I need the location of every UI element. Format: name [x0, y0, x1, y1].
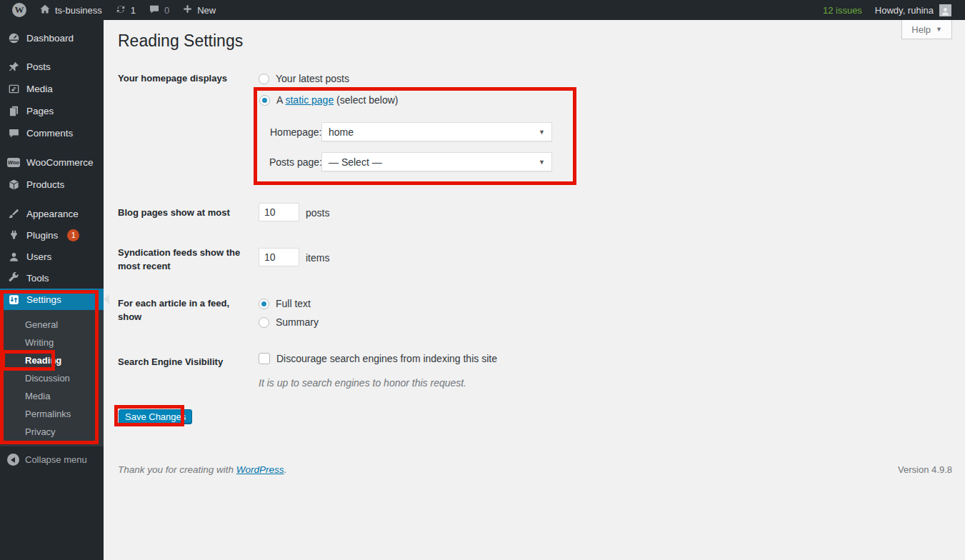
syndication-suffix: items — [306, 252, 329, 264]
plug-icon — [7, 229, 20, 241]
chevron-down-icon: ▼ — [936, 26, 942, 33]
sidebar-item-dashboard[interactable]: Dashboard — [0, 27, 104, 49]
select-caret-icon: ▼ — [539, 159, 545, 166]
select-caret-icon: ▼ — [539, 129, 545, 136]
blog-pages-label: Blog pages show at most — [118, 206, 230, 220]
sidebar-item-users[interactable]: Users — [0, 246, 104, 267]
page-title: Reading Settings — [118, 31, 243, 51]
comments-indicator[interactable]: 0 — [142, 0, 176, 20]
static-page-label: A static page (select below) — [276, 94, 398, 106]
comment-count: 0 — [164, 5, 169, 16]
user-icon — [7, 251, 20, 263]
homepage-displays-label: Your homepage displays — [118, 72, 227, 86]
comment-icon — [7, 127, 20, 139]
sidebar-item-settings[interactable]: Settings — [0, 289, 104, 310]
save-changes-button[interactable]: Save Changes — [119, 409, 192, 424]
seo-note: It is up to search engines to honor this… — [259, 377, 466, 389]
collapse-menu-button[interactable]: Collapse menu — [0, 451, 104, 469]
submenu-item-media[interactable]: Media — [0, 387, 104, 405]
admin-bar-left: W ts-business 1 0 New — [0, 0, 222, 20]
full-text-label: Full text — [276, 298, 311, 309]
dashboard-icon — [7, 32, 20, 44]
summary-radio[interactable] — [259, 317, 269, 328]
seo-checkbox-row: Discourage search engines from indexing … — [259, 353, 497, 364]
summary-option: Summary — [259, 316, 319, 328]
static-page-option: A static page (select below) — [259, 94, 398, 106]
feed-article-label: For each article in a feed, show — [118, 297, 241, 324]
plugins-update-badge: 1 — [67, 229, 79, 241]
sidebar-item-woocommerce[interactable]: Woo WooCommerce — [0, 151, 104, 174]
sidebar-item-media[interactable]: Media — [0, 78, 104, 100]
site-name: ts-business — [55, 5, 102, 16]
new-label: New — [197, 5, 216, 16]
site-menu[interactable]: ts-business — [33, 0, 109, 20]
main-content: Help ▼ Reading Settings Your homepage di… — [104, 20, 965, 560]
admin-bar: W ts-business 1 0 New 12 issu — [0, 0, 965, 20]
latest-posts-radio[interactable] — [259, 74, 269, 84]
discourage-indexing-checkbox[interactable] — [259, 353, 270, 364]
pushpin-icon — [7, 61, 20, 73]
comment-bubble-icon — [149, 4, 160, 17]
submenu-item-privacy[interactable]: Privacy — [0, 423, 104, 441]
wordpress-link[interactable]: WordPress — [236, 464, 284, 475]
latest-posts-label: Your latest posts — [276, 73, 349, 84]
blog-pages-input[interactable] — [259, 203, 299, 221]
admin-bar-right: 12 issues Howdy, ruhina — [816, 0, 965, 20]
sidebar-item-tools[interactable]: Tools — [0, 267, 104, 289]
box-icon — [7, 179, 20, 191]
issues-link[interactable]: 12 issues — [816, 0, 869, 20]
account-menu[interactable]: Howdy, ruhina — [869, 0, 958, 20]
sidebar-item-plugins[interactable]: Plugins 1 — [0, 224, 104, 246]
update-count: 1 — [131, 5, 136, 16]
posts-page-select[interactable]: — Select — ▼ — [321, 152, 552, 171]
sidebar-item-comments[interactable]: Comments — [0, 122, 104, 144]
static-page-link[interactable]: static page — [285, 94, 334, 106]
full-text-option: Full text — [259, 298, 311, 309]
current-menu-arrow — [99, 294, 109, 304]
submenu-item-reading[interactable]: Reading — [0, 351, 104, 369]
blog-pages-suffix: posts — [306, 207, 329, 219]
sidebar-item-pages[interactable]: Pages — [0, 100, 104, 122]
settings-icon — [7, 294, 20, 306]
sidebar-item-products[interactable]: Products — [0, 174, 104, 196]
sidebar: Dashboard Posts Media Pages Comments Woo — [0, 20, 104, 560]
submenu-item-permalinks[interactable]: Permalinks — [0, 405, 104, 423]
wrench-icon — [7, 272, 20, 284]
sidebar-item-posts[interactable]: Posts — [0, 56, 104, 78]
submenu-item-general[interactable]: General — [0, 316, 104, 334]
footer-thanks: Thank you for creating with WordPress. — [118, 464, 286, 475]
new-content-menu[interactable]: New — [176, 0, 222, 20]
homepage-select[interactable]: home ▼ — [321, 122, 552, 141]
submenu-item-discussion[interactable]: Discussion — [0, 369, 104, 387]
media-icon — [7, 83, 20, 95]
summary-label: Summary — [276, 316, 319, 328]
static-page-radio[interactable] — [259, 95, 270, 106]
pages-icon — [7, 105, 20, 117]
sidebar-item-appearance[interactable]: Appearance — [0, 203, 104, 224]
syndication-input[interactable] — [259, 248, 299, 266]
wordpress-logo-icon: W — [12, 3, 26, 17]
woocommerce-icon: Woo — [7, 158, 20, 167]
syndication-label: Syndication feeds show the most recent — [118, 246, 241, 274]
footer-version: Version 4.9.8 — [898, 464, 952, 475]
seo-visibility-label: Search Engine Visibility — [118, 356, 223, 369]
update-icon — [115, 4, 126, 17]
plus-icon — [182, 4, 193, 16]
avatar — [939, 4, 951, 16]
settings-submenu: General Writing Reading Discussion Media… — [0, 310, 104, 446]
wordpress-logo-menu[interactable]: W — [6, 0, 33, 20]
help-button[interactable]: Help ▼ — [901, 20, 952, 39]
updates-indicator[interactable]: 1 — [109, 0, 142, 20]
howdy-label: Howdy, ruhina — [875, 5, 934, 16]
latest-posts-option: Your latest posts — [259, 73, 349, 84]
homepage-select-value: home — [329, 126, 354, 138]
discourage-indexing-label: Discourage search engines from indexing … — [276, 353, 497, 364]
posts-page-select-label: Posts page: — [269, 156, 322, 168]
home-icon — [39, 4, 51, 17]
full-text-radio[interactable] — [259, 299, 269, 309]
brush-icon — [7, 208, 20, 220]
posts-page-select-value: — Select — — [329, 156, 382, 168]
homepage-select-label: Homepage: — [270, 126, 321, 138]
collapse-arrow-icon — [7, 454, 19, 466]
submenu-item-writing[interactable]: Writing — [0, 334, 104, 351]
